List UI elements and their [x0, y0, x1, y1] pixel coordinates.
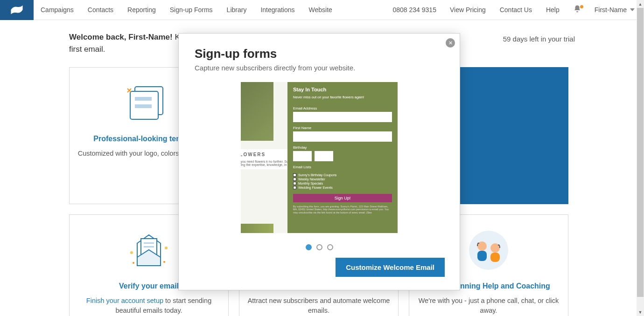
form-birthday-day — [315, 151, 333, 161]
nav-items-left: Campaigns Contacts Reporting Sign-up For… — [34, 0, 339, 20]
form-birthday-month — [293, 151, 312, 161]
form-lists: Sunny's Birthday Coupons Weekly Newslett… — [293, 173, 392, 190]
form-lists-label: Email Lists — [293, 165, 392, 169]
trial-countdown: 59 days left in your trial — [503, 35, 575, 43]
form-birthday-label: Birthday — [293, 145, 392, 150]
svg-point-10 — [165, 247, 168, 249]
preview-heading: ND FLOWERS — [241, 152, 287, 157]
chevron-down-icon — [630, 8, 635, 11]
customize-welcome-email-button[interactable]: Customize Welcome Email — [336, 258, 445, 277]
top-nav: Campaigns Contacts Reporting Sign-up For… — [0, 0, 644, 20]
user-menu[interactable]: First-Name — [588, 6, 644, 14]
nav-view-pricing[interactable]: View Pricing — [443, 0, 493, 20]
user-name: First-Name — [595, 6, 627, 14]
signup-preview: ND FLOWERS of life? Do you need flowers … — [241, 82, 398, 233]
preview-bottom-image — [241, 224, 273, 233]
phone-number: 0808 234 9315 — [386, 6, 443, 14]
card-signup-desc: Attract new subscribers and automate wel… — [247, 296, 391, 316]
modal-close-button[interactable] — [446, 38, 455, 48]
card-coaching-desc: We're with you - just a phone call, chat… — [417, 296, 560, 316]
preview-paragraph: of life? Do you need flowers k no furthe… — [241, 160, 287, 166]
nav-contacts[interactable]: Contacts — [81, 0, 120, 20]
preview-form: Stay In Touch Never miss out on your fav… — [287, 82, 398, 233]
carousel-dot-3[interactable] — [327, 244, 333, 250]
modal-header: Sign-up forms Capture new subscribers di… — [179, 34, 460, 76]
scrollbar-thumb[interactable] — [637, 8, 644, 297]
modal-subtitle: Capture new subscribers directly from yo… — [195, 64, 444, 72]
carousel-dots — [179, 241, 460, 258]
nav-signup-forms[interactable]: Sign-up Forms — [163, 0, 220, 20]
card-verify-desc: Finish your account setup to start sendi… — [77, 296, 221, 316]
form-email-label: Email Address — [293, 106, 392, 110]
form-list-item: Sunny's Birthday Coupons — [293, 173, 392, 177]
card-verify-title: Verify your email — [119, 282, 179, 290]
svg-rect-7 — [144, 242, 154, 244]
svg-rect-15 — [477, 251, 487, 261]
svg-rect-17 — [490, 253, 500, 262]
form-list-item: Weekly Newsletter — [293, 178, 392, 181]
scroll-up-arrow[interactable]: ▲ — [637, 0, 644, 8]
svg-rect-8 — [144, 246, 154, 247]
form-first-label: First Name — [293, 126, 392, 130]
form-first-input — [293, 131, 392, 142]
nav-campaigns[interactable]: Campaigns — [34, 0, 81, 20]
preview-page-text: ND FLOWERS of life? Do you need flowers … — [241, 149, 287, 169]
templates-illustration — [126, 80, 172, 126]
svg-point-9 — [130, 251, 133, 254]
signup-forms-modal: Sign-up forms Capture new subscribers di… — [178, 33, 460, 290]
svg-point-12 — [133, 262, 134, 264]
carousel-dot-2[interactable] — [316, 244, 322, 250]
preview-website: ND FLOWERS of life? Do you need flowers … — [241, 82, 287, 233]
modal-footer: Customize Welcome Email — [179, 258, 460, 290]
notifications-button[interactable] — [567, 5, 588, 15]
scrollbar[interactable]: ▲ ▼ — [637, 0, 644, 316]
welcome-strong: Welcome back, First-Name! — [69, 33, 173, 41]
form-email-input — [293, 112, 392, 122]
preview-hero-image — [241, 82, 273, 141]
scroll-down-arrow[interactable]: ▼ — [637, 308, 644, 316]
logo-icon — [9, 5, 24, 15]
svg-point-11 — [163, 261, 165, 263]
nav-library[interactable]: Library — [220, 0, 254, 20]
nav-website[interactable]: Website — [302, 0, 339, 20]
nav-integrations[interactable]: Integrations — [253, 0, 301, 20]
nav-reporting[interactable]: Reporting — [120, 0, 163, 20]
logo[interactable] — [0, 0, 34, 20]
svg-rect-2 — [135, 97, 152, 101]
form-signup-button: Sign Up! — [293, 194, 392, 202]
nav-help[interactable]: Help — [539, 0, 567, 20]
carousel-dot-1[interactable] — [306, 244, 312, 250]
form-list-item: Monthly Specials — [293, 182, 392, 185]
modal-body: ND FLOWERS of life? Do you need flowers … — [179, 76, 460, 241]
notification-dot-icon — [580, 5, 583, 8]
nav-contact-us[interactable]: Contact Us — [493, 0, 539, 20]
form-list-item: Wedding Flower Events — [293, 186, 392, 189]
nav-items-right: 0808 234 9315 View Pricing Contact Us He… — [386, 0, 644, 20]
form-desc: Never miss out on your favorite flowers … — [293, 95, 392, 100]
coaching-illustration — [465, 227, 512, 274]
svg-point-13 — [469, 231, 508, 270]
form-fine-print: By submitting this form, you are grantin… — [293, 205, 392, 214]
modal-title: Sign-up forms — [195, 47, 444, 61]
verify-link[interactable]: Finish your account setup — [86, 297, 163, 304]
form-title: Stay In Touch — [293, 87, 392, 92]
verify-illustration — [123, 227, 175, 274]
svg-rect-3 — [135, 104, 152, 108]
